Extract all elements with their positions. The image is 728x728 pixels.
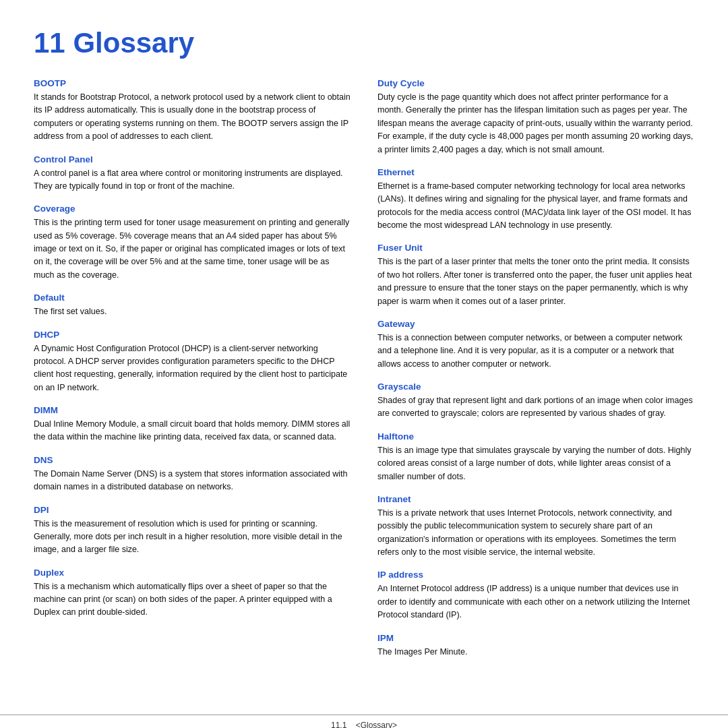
entry-body-gateway: This is a connection between computer ne… xyxy=(377,332,694,371)
entry-body-dimm: Dual Inline Memory Module, a small circu… xyxy=(34,418,351,444)
entry-ipm: IPM The Images Per Minute. xyxy=(377,633,694,659)
entry-title-dpi: DPI xyxy=(34,505,351,515)
entry-body-grayscale: Shades of gray that represent light and … xyxy=(377,394,694,421)
entry-body-default: The first set values. xyxy=(34,305,351,318)
entry-title-grayscale: Grayscale xyxy=(377,382,694,392)
entry-gateway: Gateway This is a connection between com… xyxy=(377,319,694,371)
entry-bootp: BOOTP It stands for Bootstrap Protocol, … xyxy=(34,78,351,144)
entry-title-dns: DNS xyxy=(34,455,351,465)
page-title: 11 Glossary xyxy=(34,27,694,59)
entry-title-bootp: BOOTP xyxy=(34,78,351,88)
entry-title-control-panel: Control Panel xyxy=(34,154,351,164)
entry-body-coverage: This is the printing term used for toner… xyxy=(34,216,351,282)
entry-title-halftone: Halftone xyxy=(377,431,694,442)
footer-page-num: 11.1 xyxy=(331,721,346,728)
entry-grayscale: Grayscale Shades of gray that represent … xyxy=(377,382,694,421)
page-footer: 11.1 <Glossary> xyxy=(0,715,728,728)
entry-intranet: Intranet This is a private network that … xyxy=(377,494,694,559)
title-text: Glossary xyxy=(73,27,194,59)
entry-body-intranet: This is a private network that uses Inte… xyxy=(377,507,694,559)
entry-title-coverage: Coverage xyxy=(34,204,351,214)
entry-default: Default The first set values. xyxy=(34,293,351,318)
entry-title-default: Default xyxy=(34,293,351,303)
entry-body-halftone: This is an image type that simulates gra… xyxy=(377,444,694,483)
entry-title-ip-address: IP address xyxy=(377,570,694,580)
entry-title-duty-cycle: Duty Cycle xyxy=(377,78,694,88)
entry-body-control-panel: A control panel is a flat area where con… xyxy=(34,167,351,193)
content-columns: BOOTP It stands for Bootstrap Protocol, … xyxy=(34,78,694,669)
entry-ethernet: Ethernet Ethernet is a frame-based compu… xyxy=(377,167,694,233)
entry-fuser-unit: Fuser Unit This is the part of a laser p… xyxy=(377,243,694,308)
entry-dimm: DIMM Dual Inline Memory Module, a small … xyxy=(34,405,351,444)
entry-body-duty-cycle: Duty cycle is the page quantity which do… xyxy=(377,91,694,156)
chapter-number: 11 xyxy=(34,27,65,59)
footer-label: <Glossary> xyxy=(356,721,397,728)
entry-body-ethernet: Ethernet is a frame-based computer netwo… xyxy=(377,180,694,233)
entry-body-bootp: It stands for Bootstrap Protocol, a netw… xyxy=(34,91,351,144)
entry-coverage: Coverage This is the printing term used … xyxy=(34,204,351,282)
entry-title-duplex: Duplex xyxy=(34,568,351,578)
entry-title-ipm: IPM xyxy=(377,633,694,643)
entry-body-dpi: This is the measurement of resolution wh… xyxy=(34,518,351,557)
entry-body-ip-address: An Internet Protocol address (IP address… xyxy=(377,582,694,621)
entry-title-dhcp: DHCP xyxy=(34,330,351,340)
entry-dns: DNS The Domain Name Server (DNS) is a sy… xyxy=(34,455,351,494)
entry-duty-cycle: Duty Cycle Duty cycle is the page quanti… xyxy=(377,78,694,156)
left-column: BOOTP It stands for Bootstrap Protocol, … xyxy=(34,78,351,669)
entry-control-panel: Control Panel A control panel is a flat … xyxy=(34,154,351,193)
entry-ip-address: IP address An Internet Protocol address … xyxy=(377,570,694,621)
entry-title-fuser-unit: Fuser Unit xyxy=(377,243,694,253)
right-column: Duty Cycle Duty cycle is the page quanti… xyxy=(377,78,694,669)
entry-title-ethernet: Ethernet xyxy=(377,167,694,177)
entry-body-fuser-unit: This is the part of a laser printer that… xyxy=(377,255,694,308)
entry-body-ipm: The Images Per Minute. xyxy=(377,646,694,659)
entry-body-duplex: This is a mechanism which automatically … xyxy=(34,580,351,619)
entry-dhcp: DHCP A Dynamic Host Configuration Protoc… xyxy=(34,330,351,395)
entry-body-dns: The Domain Name Server (DNS) is a system… xyxy=(34,468,351,494)
entry-title-gateway: Gateway xyxy=(377,319,694,329)
entry-duplex: Duplex This is a mechanism which automat… xyxy=(34,568,351,619)
entry-title-intranet: Intranet xyxy=(377,494,694,504)
entry-dpi: DPI This is the measurement of resolutio… xyxy=(34,505,351,557)
entry-title-dimm: DIMM xyxy=(34,405,351,415)
entry-body-dhcp: A Dynamic Host Configuration Protocol (D… xyxy=(34,342,351,395)
entry-halftone: Halftone This is an image type that simu… xyxy=(377,431,694,483)
page: 11 Glossary BOOTP It stands for Bootstra… xyxy=(0,0,728,701)
